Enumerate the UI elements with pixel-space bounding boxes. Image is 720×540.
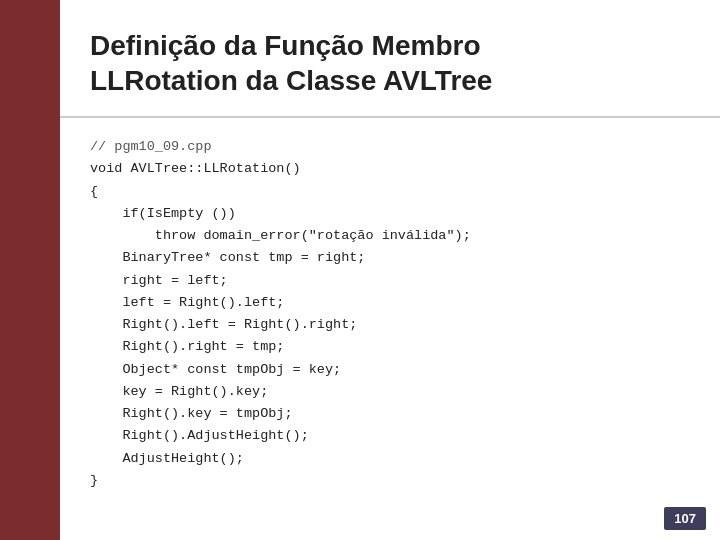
title-line1: Definição da Função Membro	[90, 30, 481, 61]
code-section: // pgm10_09.cpp void AVLTree::LLRotation…	[60, 118, 720, 540]
title-section: Definição da Função Membro LLRotation da…	[60, 0, 720, 118]
left-accent-bar	[0, 0, 60, 540]
page-number: 107	[664, 507, 706, 530]
content-area: Definição da Função Membro LLRotation da…	[60, 0, 720, 540]
code-block: // pgm10_09.cpp void AVLTree::LLRotation…	[90, 136, 690, 492]
title-line2: LLRotation da Classe AVLTree	[90, 65, 492, 96]
slide-title: Definição da Função Membro LLRotation da…	[90, 28, 690, 98]
slide: Definição da Função Membro LLRotation da…	[0, 0, 720, 540]
